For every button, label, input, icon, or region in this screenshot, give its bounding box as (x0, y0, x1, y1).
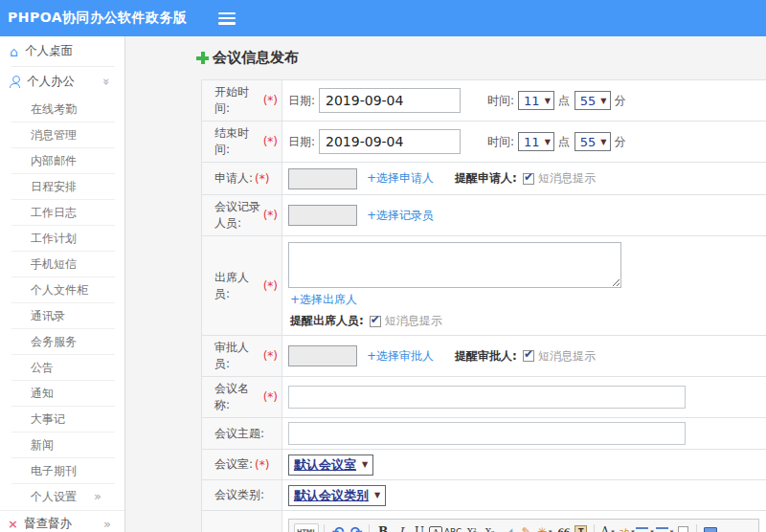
end-date-input[interactable] (319, 129, 461, 154)
chevron-down-icon: ▼ (362, 460, 368, 469)
recorder-input[interactable] (288, 205, 357, 226)
sidebar-item-label: 个人桌面 (25, 43, 73, 59)
redo-button[interactable]: ↷ (348, 523, 364, 532)
meeting-name-input[interactable] (288, 386, 686, 409)
select-attendees-link[interactable]: +选择出席人 (290, 293, 357, 306)
app-title: PHPOA协同办公软件政务版 (8, 10, 188, 27)
sidebar-item-desktop[interactable]: ⌂ 个人桌面 (0, 36, 124, 66)
redo-icon: ↷ (350, 523, 363, 532)
eraser-button[interactable]: ◢ (500, 523, 516, 532)
chevron-down-icon: ▼ (600, 97, 606, 105)
highlight-button[interactable]: ab▾ (618, 523, 634, 532)
paste-button[interactable]: T (573, 523, 589, 532)
auto-format-button[interactable]: ✳▾ (536, 523, 552, 532)
form-row-attendees: 出席人员:(*) +选择出席人 提醒出席人员: ✔ 短消息提示 (202, 236, 766, 336)
select-approver-link[interactable]: +选择审批人 (367, 348, 434, 365)
unordered-list-button[interactable]: ▾ (656, 523, 674, 532)
italic-button[interactable]: I (393, 523, 409, 532)
form-row-meeting-category: 会议类别: 默认会议类别▼ (202, 480, 766, 511)
subscript-button[interactable]: X₂ (482, 523, 498, 532)
sidebar-subitem-8[interactable]: 通讯录 (11, 303, 115, 329)
undo-button[interactable]: ↶ (329, 523, 346, 532)
sidebar-item-settings[interactable]: 个人设置 » (11, 484, 115, 510)
bold-button[interactable]: B (374, 523, 391, 532)
chevron-down-icon: ▾ (670, 528, 674, 532)
font-box-button[interactable]: A (429, 526, 441, 532)
start-minute-select[interactable]: 55▼ (574, 91, 611, 110)
html-source-button[interactable]: HTML (294, 523, 319, 532)
sidebar-subitem-9[interactable]: 会务服务 (11, 329, 115, 355)
sms-label: 短消息提示 (538, 170, 596, 187)
chevron-down-icon: ▾ (549, 528, 552, 532)
sidebar-item-supervise[interactable]: × 督查督办 » (0, 510, 124, 532)
format-brush-button[interactable]: ✎ (518, 523, 534, 532)
field-label: 会议室: (214, 456, 253, 473)
meeting-category-select[interactable]: 默认会议类别▼ (288, 485, 386, 506)
superscript-button[interactable]: X² (463, 523, 480, 532)
sidebar-subitem-1[interactable]: 消息管理 (11, 122, 115, 148)
sidebar-subitem-6[interactable]: 手机短信 (11, 252, 115, 277)
strikethrough-button[interactable]: ABC (444, 523, 462, 532)
ordered-list-button[interactable]: ▾ (636, 523, 654, 532)
field-label: 结束时间: (214, 125, 261, 158)
required-mark: (*) (255, 458, 269, 472)
field-label: 申请人: (214, 170, 253, 187)
form-row-content: HTML↶↷BIUAABCX²X₂◢✎✳▾66TA▾ab▾▾▾ 自定义标题▾段落… (202, 511, 766, 532)
field-label: 开始时间: (214, 84, 261, 117)
field-label: 会议类别: (214, 487, 264, 503)
required-mark: (*) (263, 135, 278, 148)
rich-text-editor: HTML↶↷BIUAABCX²X₂◢✎✳▾66TA▾ab▾▾▾ 自定义标题▾段落… (288, 519, 759, 532)
font-color-button[interactable]: A▾ (599, 523, 616, 532)
sidebar-item-office[interactable]: 个人办公 » (0, 67, 124, 97)
sidebar-subitem-13[interactable]: 新闻 (11, 432, 115, 458)
sms-label: 短消息提示 (538, 348, 596, 365)
sidebar-subitem-14[interactable]: 电子期刊 (11, 458, 115, 484)
html-source-icon: HTML (297, 528, 316, 532)
highlight-icon: ab (618, 527, 628, 532)
required-mark: (*) (263, 390, 278, 404)
end-hour-select[interactable]: 11▼ (518, 132, 554, 151)
attendees-textarea[interactable] (288, 242, 621, 288)
meeting-subject-input[interactable] (288, 422, 686, 445)
new-page-button[interactable] (675, 523, 691, 532)
start-hour-select[interactable]: 11▼ (518, 91, 554, 110)
sidebar-subitem-7[interactable]: 个人文件柜 (11, 277, 115, 303)
form-row-applicant: 申请人:(*) +选择申请人 提醒申请人: ✔ 短消息提示 (202, 163, 766, 195)
format-brush-icon: ✎ (522, 525, 531, 532)
sidebar-subitem-5[interactable]: 工作计划 (11, 226, 115, 252)
sms-remind-checkbox[interactable]: ✔ (523, 350, 534, 362)
blockquote-button[interactable]: 66 (554, 523, 571, 532)
minute-unit-label: 分 (615, 134, 626, 150)
paste-icon: T (574, 525, 587, 532)
field-label: 会议主题: (214, 426, 264, 442)
eraser-icon: ◢ (504, 525, 512, 532)
sidebar-subitem-4[interactable]: 工作日志 (11, 200, 115, 226)
underline-button[interactable]: U (411, 523, 427, 532)
select-applicant-link[interactable]: +选择申请人 (367, 170, 434, 187)
meeting-room-select[interactable]: 默认会议室▼ (288, 454, 373, 476)
sidebar-subitem-11[interactable]: 通知 (11, 381, 115, 407)
toolbar-separator (369, 524, 370, 532)
toolbar-separator (594, 524, 595, 532)
sidebar-subitem-10[interactable]: 公告 (11, 355, 115, 381)
sidebar-subitem-2[interactable]: 内部邮件 (11, 148, 115, 174)
applicant-input[interactable] (288, 168, 357, 189)
home-icon: ⌂ (10, 45, 18, 58)
sidebar-subitem-0[interactable]: 在线考勤 (11, 97, 115, 122)
start-date-input[interactable] (319, 88, 461, 113)
fullscreen-button[interactable] (702, 523, 718, 532)
sidebar-subitem-12[interactable]: 大事记 (11, 407, 115, 432)
sms-remind-checkbox[interactable]: ✔ (523, 173, 534, 185)
select-recorder-link[interactable]: +选择记录员 (367, 208, 434, 224)
remind-approver-label: 提醒审批人: (455, 348, 517, 365)
blockquote-icon: 66 (556, 527, 569, 532)
remind-applicant-label: 提醒申请人: (455, 170, 517, 187)
hamburger-icon[interactable] (218, 12, 236, 25)
sms-remind-checkbox[interactable]: ✔ (370, 316, 381, 327)
sidebar-subitem-3[interactable]: 日程安排 (11, 174, 115, 200)
end-minute-select[interactable]: 55▼ (574, 132, 611, 151)
subscript-icon: X₂ (485, 527, 495, 532)
hour-unit-label: 点 (558, 93, 570, 109)
underline-icon: U (415, 525, 424, 532)
approver-input[interactable] (288, 345, 357, 366)
